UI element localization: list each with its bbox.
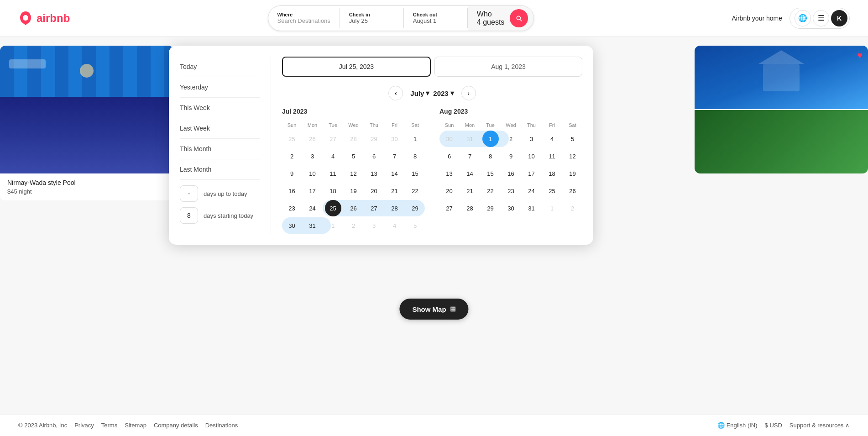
cal-day[interactable]: 31	[304, 217, 321, 234]
cal-day[interactable]: 30	[441, 131, 458, 147]
cal-day[interactable]: 15	[407, 165, 424, 182]
cal-day[interactable]: 20	[366, 183, 382, 199]
cal-day[interactable]: 27	[366, 200, 382, 216]
filter-today[interactable]: Today	[180, 57, 260, 77]
language-button[interactable]: 🌐	[795, 10, 811, 26]
cal-day[interactable]: 28	[345, 131, 362, 147]
cal-day[interactable]: 23	[284, 200, 300, 216]
cal-day[interactable]: 1	[482, 131, 499, 147]
footer-destinations[interactable]: Destinations	[205, 422, 238, 429]
cal-day[interactable]: 29	[407, 200, 424, 216]
cal-day[interactable]: 5	[565, 131, 581, 147]
favorite-icon[interactable]: ♥	[857, 50, 863, 61]
cal-day[interactable]: 26	[345, 200, 362, 216]
cal-day[interactable]: 25	[544, 183, 560, 199]
cal-day[interactable]: 31	[462, 131, 478, 147]
cal-day[interactable]: 9	[284, 165, 300, 182]
cal-day[interactable]: 22	[482, 183, 499, 199]
cal-day[interactable]: 16	[284, 183, 300, 199]
filter-last-week[interactable]: Last Week	[180, 118, 260, 139]
cal-day[interactable]: 2	[284, 148, 300, 164]
footer-privacy[interactable]: Privacy	[74, 422, 94, 429]
cal-day[interactable]: 26	[565, 183, 581, 199]
cal-day[interactable]: 22	[407, 183, 424, 199]
cal-day[interactable]: 23	[503, 183, 519, 199]
who-segment[interactable]: Who 4 guests	[468, 5, 533, 31]
cal-day[interactable]: 27	[325, 131, 341, 147]
cal-day[interactable]: 19	[565, 165, 581, 182]
where-segment[interactable]: Where Search Destinations	[268, 8, 340, 28]
cal-day[interactable]: 1	[407, 131, 424, 147]
cal-day[interactable]: 7	[387, 148, 403, 164]
cal-day[interactable]: 27	[441, 200, 458, 216]
cal-day[interactable]: 29	[366, 131, 382, 147]
checkout-segment[interactable]: Check out August 1	[404, 8, 468, 28]
cal-day[interactable]: 2	[565, 200, 581, 216]
cal-day[interactable]: 24	[304, 200, 321, 216]
cal-day[interactable]: 17	[304, 183, 321, 199]
cal-day[interactable]: 6	[441, 148, 458, 164]
cal-day[interactable]: 28	[462, 200, 478, 216]
cal-day[interactable]: 4	[325, 148, 341, 164]
menu-button[interactable]: ☰	[813, 10, 829, 26]
cal-day[interactable]: 3	[366, 217, 382, 234]
cal-day[interactable]: 13	[366, 165, 382, 182]
property-card-left[interactable]: Nirmay-Wada style Pool $45 night	[0, 46, 173, 200]
cal-day[interactable]: 5	[407, 217, 424, 234]
cal-day[interactable]: 19	[345, 183, 362, 199]
checkin-segment[interactable]: Check in July 25	[340, 8, 404, 28]
cal-day[interactable]: 28	[387, 200, 403, 216]
cal-day[interactable]: 26	[304, 131, 321, 147]
cal-day[interactable]: 8	[482, 148, 499, 164]
cal-day[interactable]: 10	[304, 165, 321, 182]
currency-selector[interactable]: $ USD	[765, 422, 782, 429]
cal-day[interactable]: 30	[503, 200, 519, 216]
cal-day[interactable]: 21	[462, 183, 478, 199]
cal-day[interactable]: 14	[462, 165, 478, 182]
cal-day[interactable]: 1	[544, 200, 560, 216]
filter-this-week[interactable]: This Week	[180, 98, 260, 118]
cal-day[interactable]: 4	[387, 217, 403, 234]
footer-terms[interactable]: Terms	[101, 422, 117, 429]
cal-day[interactable]: 15	[482, 165, 499, 182]
cal-day[interactable]: 11	[325, 165, 341, 182]
cal-day[interactable]: 25	[284, 131, 300, 147]
cal-day[interactable]: 30	[387, 131, 403, 147]
month-select[interactable]: July ▾	[410, 89, 429, 97]
cal-day[interactable]: 10	[523, 148, 540, 164]
cal-day[interactable]: 24	[523, 183, 540, 199]
days-up-input[interactable]: -	[180, 185, 198, 202]
cal-day[interactable]: 12	[345, 165, 362, 182]
filter-last-month[interactable]: Last Month	[180, 159, 260, 180]
cal-day[interactable]: 20	[441, 183, 458, 199]
cal-day[interactable]: 7	[462, 148, 478, 164]
cal-day[interactable]: 2	[503, 131, 519, 147]
filter-yesterday[interactable]: Yesterday	[180, 77, 260, 98]
end-date-input[interactable]: Aug 1, 2023	[434, 57, 582, 77]
start-date-input[interactable]: Jul 25, 2023	[282, 57, 431, 77]
footer-company[interactable]: Company details	[154, 422, 198, 429]
filter-this-month[interactable]: This Month	[180, 139, 260, 159]
search-button[interactable]	[510, 9, 528, 27]
language-selector[interactable]: 🌐 English (IN)	[717, 422, 758, 429]
avatar-button[interactable]: K	[831, 10, 847, 26]
next-month-button[interactable]: ›	[461, 86, 476, 100]
cal-day[interactable]: 8	[407, 148, 424, 164]
cal-day[interactable]: 6	[366, 148, 382, 164]
year-select[interactable]: 2023 ▾	[433, 89, 454, 97]
cal-day[interactable]: 17	[523, 165, 540, 182]
cal-day[interactable]: 13	[441, 165, 458, 182]
cal-day[interactable]: 18	[544, 165, 560, 182]
cal-day[interactable]: 3	[304, 148, 321, 164]
footer-sitemap[interactable]: Sitemap	[125, 422, 146, 429]
cal-day[interactable]: 16	[503, 165, 519, 182]
cal-day[interactable]: 31	[523, 200, 540, 216]
cal-day[interactable]: 30	[284, 217, 300, 234]
airbnb-home-link[interactable]: Airbnb your home	[732, 15, 782, 22]
cal-day[interactable]: 5	[345, 148, 362, 164]
cal-day[interactable]: 12	[565, 148, 581, 164]
support-link[interactable]: Support & resources ∧	[790, 422, 850, 429]
cal-day[interactable]: 29	[482, 200, 499, 216]
cal-day[interactable]: 14	[387, 165, 403, 182]
cal-day[interactable]: 11	[544, 148, 560, 164]
